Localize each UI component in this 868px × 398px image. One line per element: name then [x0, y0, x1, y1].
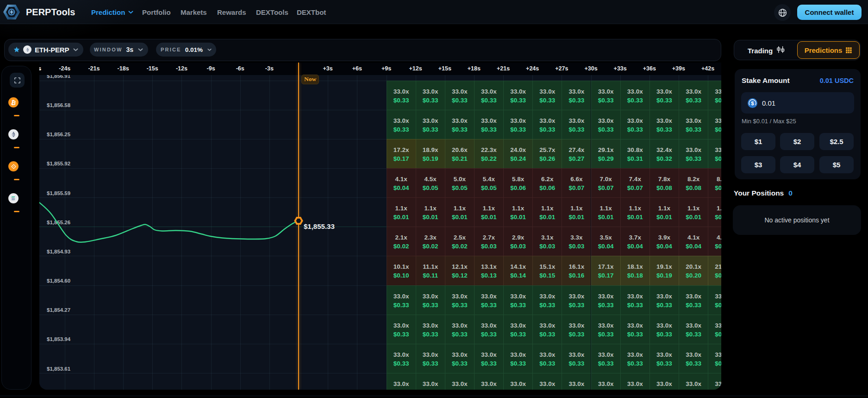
svg-text:$: $ [751, 100, 754, 106]
